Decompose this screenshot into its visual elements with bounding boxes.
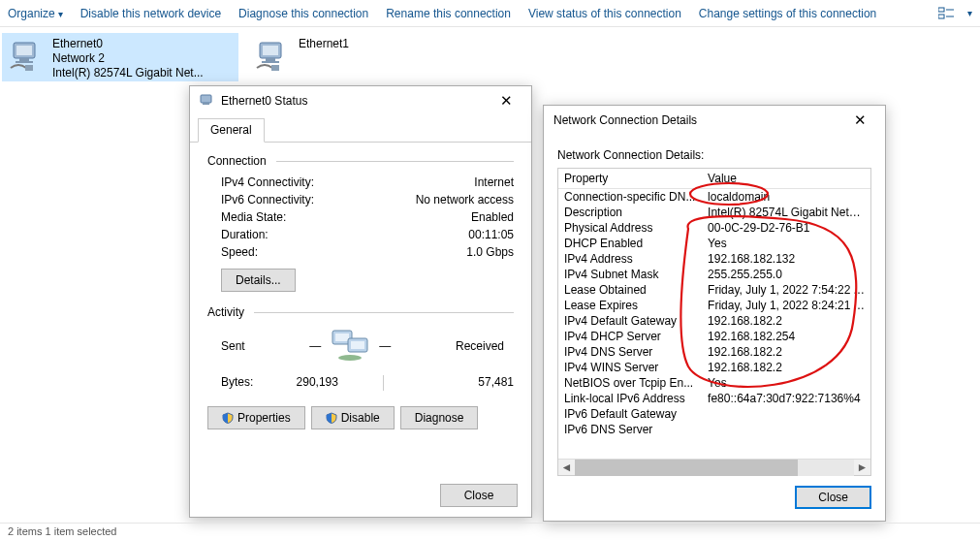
scroll-left-icon[interactable]: ◄ (558, 460, 575, 476)
value-cell: 192.168.182.254 (702, 329, 870, 344)
view-options-icon[interactable] (937, 5, 955, 22)
table-row[interactable]: Connection-specific DN...localdomain (558, 189, 870, 206)
network-adapter-icon (254, 37, 293, 76)
adapter-item-ethernet0[interactable]: Ethernet0 Network 2 Intel(R) 82574L Giga… (2, 33, 238, 81)
table-row[interactable]: DescriptionIntel(R) 82574L Gigabit Netwo… (558, 205, 870, 220)
dialog-titlebar[interactable]: Ethernet0 Status ✕ (190, 86, 531, 115)
property-cell: IPv6 Default Gateway (558, 406, 702, 422)
properties-button[interactable]: Properties (207, 406, 305, 429)
svg-rect-8 (25, 65, 33, 71)
table-row[interactable]: IPv4 Default Gateway192.168.182.2 (558, 313, 870, 329)
col-property[interactable]: Property (558, 169, 702, 189)
status-dialog: Ethernet0 Status ✕ General Connection IP… (189, 85, 532, 518)
media-state-label: Media State: (221, 210, 286, 224)
table-row[interactable]: Lease ObtainedFriday, July 1, 2022 7:54:… (558, 282, 870, 298)
scroll-thumb[interactable] (575, 460, 798, 476)
svg-rect-10 (263, 46, 278, 55)
value-cell: 192.168.182.2 (702, 360, 870, 375)
property-cell: Physical Address (558, 220, 702, 236)
table-row[interactable]: NetBIOS over Tcpip En...Yes (558, 375, 870, 391)
disable-button[interactable]: Disable (311, 406, 395, 429)
svg-rect-13 (271, 65, 279, 71)
col-value[interactable]: Value (702, 169, 870, 189)
details-label: Network Connection Details: (557, 148, 871, 162)
table-row[interactable]: IPv4 DNS Server192.168.182.2 (558, 344, 870, 360)
command-bar: Organize▾ Disable this network device Di… (0, 0, 980, 27)
adapter-item-ethernet1[interactable]: Ethernet1 (248, 33, 485, 81)
svg-rect-17 (335, 334, 349, 341)
property-cell: Description (558, 205, 702, 220)
property-cell: NetBIOS over Tcpip En... (558, 375, 702, 391)
disable-device-link[interactable]: Disable this network device (80, 7, 221, 20)
duration-label: Duration: (221, 228, 269, 241)
ipv4-connectivity-label: IPv4 Connectivity: (221, 175, 314, 189)
details-dialog: Network Connection Details ✕ Network Con… (543, 105, 886, 522)
change-settings-link[interactable]: Change settings of this connection (699, 7, 876, 20)
close-button[interactable]: Close (795, 486, 871, 509)
close-icon[interactable]: ✕ (840, 110, 879, 131)
table-row[interactable]: IPv6 DNS Server (558, 422, 870, 437)
svg-rect-19 (351, 341, 364, 349)
value-cell: Friday, July 1, 2022 7:54:22 AM (702, 282, 870, 298)
horizontal-scrollbar[interactable]: ◄ ► (558, 459, 870, 475)
table-row[interactable]: DHCP EnabledYes (558, 236, 870, 251)
property-cell: IPv4 DHCP Server (558, 329, 702, 344)
close-icon[interactable]: ✕ (487, 90, 525, 111)
svg-rect-5 (16, 46, 32, 55)
close-button[interactable]: Close (440, 484, 518, 507)
details-table: Property Value Connection-specific DN...… (557, 168, 871, 476)
bytes-label: Bytes: (221, 375, 253, 391)
details-button[interactable]: Details... (221, 269, 296, 292)
svg-rect-11 (266, 58, 275, 61)
svg-rect-0 (938, 8, 944, 12)
value-cell: Friday, July 1, 2022 8:24:21 AM (702, 298, 870, 313)
dash-icon: — (379, 339, 391, 353)
value-cell: 192.168.182.2 (702, 344, 870, 360)
table-row[interactable]: Lease ExpiresFriday, July 1, 2022 8:24:2… (558, 298, 870, 313)
svg-point-20 (338, 355, 362, 361)
speed-value: 1.0 Gbps (466, 245, 514, 259)
table-row[interactable]: IPv4 WINS Server192.168.182.2 (558, 360, 870, 375)
svg-rect-12 (262, 61, 279, 63)
adapter-device: Intel(R) 82574L Gigabit Net... (52, 66, 204, 80)
property-cell: Link-local IPv6 Address (558, 391, 702, 406)
table-row[interactable]: IPv4 DHCP Server192.168.182.254 (558, 329, 870, 344)
adapter-list: Ethernet0 Network 2 Intel(R) 82574L Giga… (0, 27, 980, 523)
chevron-down-icon[interactable]: ▾ (967, 8, 972, 18)
property-cell: IPv4 Default Gateway (558, 313, 702, 329)
dash-icon: — (309, 339, 321, 353)
adapter-network: Network 2 (52, 51, 204, 66)
status-bar: 2 items 1 item selected (0, 523, 980, 540)
ipv6-connectivity-label: IPv6 Connectivity: (221, 193, 314, 206)
table-row[interactable]: IPv4 Address192.168.182.132 (558, 251, 870, 267)
property-cell: IPv4 Subnet Mask (558, 267, 702, 282)
diagnose-link[interactable]: Diagnose this connection (238, 7, 368, 20)
rename-link[interactable]: Rename this connection (386, 7, 511, 20)
property-cell: Connection-specific DN... (558, 189, 702, 206)
dialog-titlebar[interactable]: Network Connection Details ✕ (544, 106, 885, 135)
chevron-down-icon: ▾ (58, 9, 63, 19)
monitors-icon (329, 329, 371, 364)
diagnose-button[interactable]: Diagnose (400, 406, 479, 429)
value-cell (702, 422, 870, 437)
duration-value: 00:11:05 (468, 228, 514, 241)
scroll-right-icon[interactable]: ► (854, 460, 870, 476)
table-row[interactable]: IPv4 Subnet Mask255.255.255.0 (558, 267, 870, 282)
shield-icon (222, 412, 234, 424)
tab-general[interactable]: General (198, 118, 265, 143)
adapter-name: Ethernet0 (52, 37, 204, 51)
value-cell (702, 406, 870, 422)
value-cell: localdomain (702, 189, 870, 206)
media-state-value: Enabled (471, 210, 514, 224)
dialog-title: Ethernet0 Status (221, 94, 487, 108)
table-row[interactable]: Physical Address00-0C-29-D2-76-B1 (558, 220, 870, 236)
view-status-link[interactable]: View status of this connection (528, 7, 681, 20)
table-row[interactable]: IPv6 Default Gateway (558, 406, 870, 422)
network-adapter-icon (8, 37, 47, 76)
svg-rect-6 (19, 58, 29, 61)
speed-label: Speed: (221, 245, 258, 259)
table-row[interactable]: Link-local IPv6 Addressfe80::64a7:30d7:9… (558, 391, 870, 406)
property-cell: Lease Obtained (558, 282, 702, 298)
organize-menu[interactable]: Organize▾ (8, 7, 63, 20)
property-cell: Lease Expires (558, 298, 702, 313)
